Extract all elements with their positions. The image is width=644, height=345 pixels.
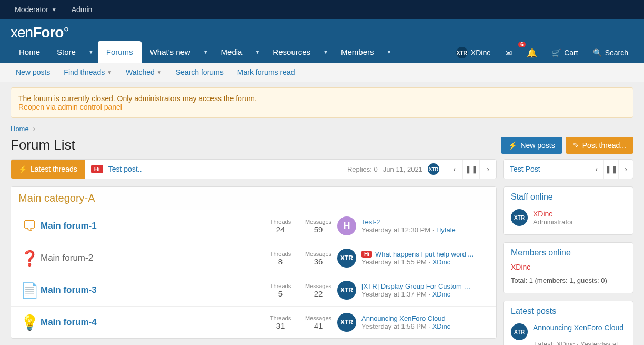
chevron-down-icon[interactable]: ▼: [382, 43, 396, 61]
alerts-badge: 6: [518, 42, 526, 47]
last-post-time: Yesterday at 12:30 PM: [361, 226, 430, 234]
chevron-down-icon[interactable]: ▼: [319, 43, 333, 61]
nav-tab-members[interactable]: Members: [333, 41, 383, 63]
breadcrumb: Home ›: [11, 124, 633, 133]
staff-user-role: Administrator: [533, 218, 573, 226]
site-logo[interactable]: xenForo°: [11, 24, 69, 41]
crumb-home[interactable]: Home: [11, 125, 29, 133]
last-thread-link[interactable]: [XTR] Display Group For Custom Fi...: [361, 282, 474, 290]
ticker-label: ⚡ Latest threads: [11, 160, 85, 179]
subnav-markforumsread[interactable]: Mark forums read: [232, 63, 300, 82]
alerts-icon[interactable]: 6🔔: [521, 44, 542, 62]
last-thread-link[interactable]: What happens I put help word ...: [375, 250, 474, 258]
staff-online-title[interactable]: Staff online: [504, 187, 633, 207]
latest-post-meta: Latest: XDinc · Yesterday at 1:56: [504, 340, 633, 345]
latest-post-avatar-icon[interactable]: XTR: [511, 323, 528, 340]
search-toggle[interactable]: 🔍 Search: [588, 44, 633, 61]
members-online-block: Members online XDinc Total: 1 (members: …: [503, 242, 633, 293]
forum-title-link[interactable]: Main forum-3: [41, 285, 97, 295]
ticker-avatar[interactable]: XTR: [428, 163, 439, 175]
user-menu[interactable]: XTR XDinc: [451, 43, 496, 63]
members-online-total: Total: 1 (members: 1, guests: 0): [504, 274, 633, 290]
last-poster-avatar-icon[interactable]: XTR: [337, 313, 356, 332]
admin-alert: The forum is currently closed. Only admi…: [11, 87, 633, 118]
ticker-prev-icon[interactable]: ‹: [446, 160, 462, 179]
page-title: Forum List: [11, 137, 75, 153]
main-header: xenForo° HomeStore▼ForumsWhat's new▼Medi…: [0, 19, 644, 63]
admin-link[interactable]: Admin: [64, 0, 100, 19]
last-poster-avatar-icon[interactable]: H: [337, 216, 356, 235]
forum-status-icon: ❓: [18, 250, 41, 267]
nav-tab-home[interactable]: Home: [11, 41, 48, 63]
category-block: Main category-A 🗨 Main forum-1 Threads24…: [11, 186, 497, 339]
forum-row: ❓ Main forum-2 Threads8 Messages36 XTR H…: [11, 242, 496, 274]
chevron-down-icon: ▼: [157, 70, 162, 75]
subnav-searchforums[interactable]: Search forums: [170, 63, 229, 82]
last-post-user-link[interactable]: XDinc: [432, 290, 451, 298]
chevron-right-icon: ›: [33, 124, 36, 133]
side-ticker-prev-icon[interactable]: ‹: [589, 160, 603, 179]
nav-tab-forums[interactable]: Forums: [98, 41, 142, 63]
new-posts-button[interactable]: ⚡ New posts: [501, 137, 562, 154]
forum-title-link[interactable]: Main forum-2: [41, 253, 93, 263]
subnav-newposts[interactable]: New posts: [11, 63, 55, 82]
forum-title-link[interactable]: Main forum-4: [41, 317, 97, 327]
caret-down-icon: ▼: [52, 7, 57, 13]
reopen-link[interactable]: Reopen via admin control panel: [18, 103, 122, 111]
chevron-down-icon[interactable]: ▼: [199, 43, 213, 61]
category-title[interactable]: Main category-A: [11, 187, 496, 210]
thread-prefix-badge: Hi: [91, 165, 103, 173]
nav-tab-whatsnew[interactable]: What's new: [142, 41, 199, 63]
user-avatar-icon: XTR: [456, 47, 468, 58]
nav-tab-resources[interactable]: Resources: [264, 41, 319, 63]
forum-title-link[interactable]: Main forum-1: [41, 221, 97, 231]
post-thread-button[interactable]: ✎ Post thread...: [566, 137, 633, 154]
ticker-pause-icon[interactable]: ❚❚: [462, 160, 479, 179]
forum-status-icon: 💡: [18, 314, 41, 331]
nav-tab-store[interactable]: Store: [48, 41, 84, 63]
chevron-down-icon[interactable]: ▼: [84, 43, 98, 61]
last-post-time: Yesterday at 1:37 PM: [361, 290, 427, 298]
inbox-icon[interactable]: ✉: [500, 44, 517, 62]
forum-status-icon: 🗨: [18, 218, 41, 235]
chevron-down-icon[interactable]: ▼: [250, 43, 264, 61]
last-post-time: Yesterday at 1:56 PM: [361, 322, 427, 330]
ticker-next-icon[interactable]: ›: [479, 160, 496, 179]
forum-status-icon: 📄: [18, 282, 41, 299]
last-post-user-link[interactable]: Hytale: [436, 226, 456, 234]
last-post-user-link[interactable]: XDinc: [432, 258, 451, 266]
last-thread-link[interactable]: Announcing XenForo Cloud: [361, 314, 446, 322]
thread-prefix-badge: Hi: [361, 251, 372, 258]
sub-nav: New postsFind threads ▼Watched ▼Search f…: [0, 63, 644, 82]
side-ticker-pause-icon[interactable]: ❚❚: [603, 160, 618, 179]
members-online-title[interactable]: Members online: [504, 243, 633, 263]
moderator-menu[interactable]: Moderator▼: [7, 0, 64, 19]
subnav-findthreads[interactable]: Find threads ▼: [58, 63, 117, 82]
ticker-thread-link[interactable]: Test post..: [108, 165, 142, 173]
last-poster-avatar-icon[interactable]: XTR: [337, 281, 356, 300]
last-post-user-link[interactable]: XDinc: [432, 322, 451, 330]
forum-row: 💡 Main forum-4 Threads31 Messages41 XTR …: [11, 307, 496, 338]
latest-threads-ticker: ⚡ Latest threads Hi Test post.. Replies:…: [11, 159, 497, 179]
side-ticker: Test Post ‹ ❚❚ ›: [503, 159, 633, 179]
staff-user-link[interactable]: XDinc: [533, 210, 573, 218]
last-post-time: Yesterday at 1:55 PM: [361, 258, 427, 266]
nav-tab-media[interactable]: Media: [213, 41, 251, 63]
last-thread-link[interactable]: Test-2: [361, 218, 380, 226]
last-poster-avatar-icon[interactable]: XTR: [337, 249, 356, 268]
chevron-down-icon: ▼: [107, 70, 112, 75]
latest-posts-title[interactable]: Latest posts: [504, 301, 633, 321]
subnav-watched[interactable]: Watched ▼: [120, 63, 167, 82]
forum-row: 🗨 Main forum-1 Threads24 Messages59 H Te…: [11, 210, 496, 242]
side-ticker-link[interactable]: Test Post: [504, 160, 589, 179]
latest-post-link[interactable]: Announcing XenForo Cloud: [533, 323, 623, 332]
latest-posts-block: Latest posts XTR Announcing XenForo Clou…: [503, 301, 633, 345]
forum-row: 📄 Main forum-3 Threads5 Messages22 XTR […: [11, 274, 496, 307]
staff-avatar-icon[interactable]: XTR: [511, 209, 528, 226]
cart-link[interactable]: 🛒 Cart: [547, 44, 583, 61]
member-user-link[interactable]: XDinc: [504, 263, 633, 274]
staff-bar: Moderator▼ Admin: [0, 0, 644, 19]
side-ticker-next-icon[interactable]: ›: [618, 160, 633, 179]
staff-online-block: Staff online XTR XDinc Administrator: [503, 186, 633, 235]
